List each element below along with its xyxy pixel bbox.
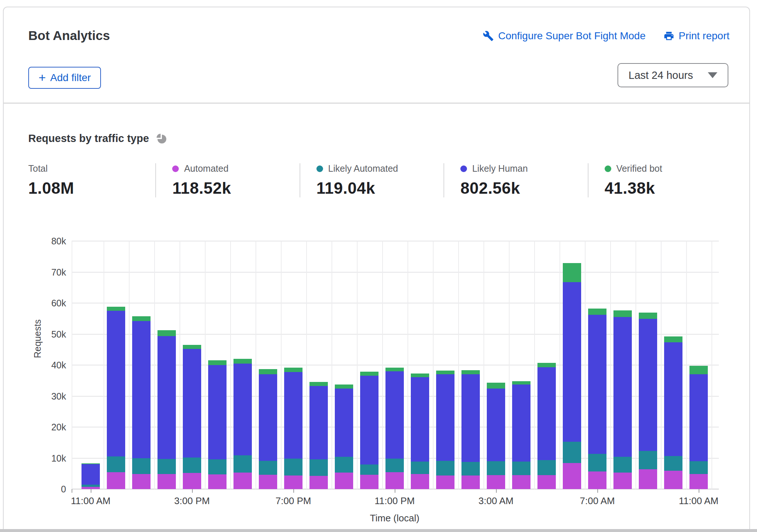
segment-verified-bot xyxy=(664,336,682,342)
x-tick-label: 11:00 PM xyxy=(374,495,414,507)
segment-automated xyxy=(512,475,530,489)
likely-automated-dot-icon xyxy=(316,165,323,172)
x-tick-label: 7:00 AM xyxy=(580,495,615,507)
stat-likely-automated[interactable]: Likely Automated 119.04k xyxy=(300,163,443,197)
segment-likely-automated xyxy=(512,462,530,475)
bar-6-00-am-19[interactable] xyxy=(563,263,581,489)
configure-link-label: Configure Super Bot Fight Mode xyxy=(498,30,646,42)
segment-likely-automated xyxy=(183,458,201,473)
segment-verified-bot xyxy=(461,370,480,374)
bar-2-00-am-15[interactable] xyxy=(461,370,480,489)
segment-verified-bot xyxy=(487,383,505,389)
bar-11-00-pm-12[interactable] xyxy=(385,368,404,489)
print-link-label: Print report xyxy=(679,30,730,42)
segment-likely-automated xyxy=(436,461,454,475)
x-tick-label: 7:00 PM xyxy=(276,495,311,507)
segment-verified-bot xyxy=(157,330,176,336)
y-tick-label: 80k xyxy=(26,236,66,247)
time-range-select[interactable]: Last 24 hours xyxy=(617,63,728,87)
x-tick xyxy=(496,489,497,493)
bar-12-00-pm-1[interactable] xyxy=(107,307,125,489)
stat-label: Likely Human xyxy=(460,163,587,174)
segment-automated xyxy=(309,476,328,489)
bar-6-00-pm-7[interactable] xyxy=(259,369,277,489)
bar-4-00-pm-5[interactable] xyxy=(208,360,227,489)
bar-9-00-am-22[interactable] xyxy=(639,313,657,489)
print-report-link[interactable]: Print report xyxy=(663,30,730,42)
stat-value: 1.08M xyxy=(28,179,155,197)
bar-7-00-pm-8[interactable] xyxy=(284,368,303,489)
bar-5-00-pm-6[interactable] xyxy=(233,359,252,489)
x-tick-origin xyxy=(72,489,72,493)
segment-likely-automated xyxy=(132,458,151,474)
verified-bot-dot-icon xyxy=(605,165,611,172)
bar-10-00-am-23[interactable] xyxy=(664,336,682,489)
segment-likely-automated xyxy=(487,461,505,475)
segment-automated xyxy=(436,475,454,489)
y-tick-label: 0 xyxy=(26,484,66,495)
segment-verified-bot xyxy=(512,381,530,385)
section-title-label: Requests by traffic type xyxy=(28,132,149,145)
bar-8-00-am-21[interactable] xyxy=(613,310,632,489)
segment-likely-human xyxy=(259,374,277,461)
gridline-v xyxy=(559,241,560,489)
bar-11-00-am-0[interactable] xyxy=(82,463,100,489)
segment-likely-human xyxy=(613,317,632,457)
stat-label: Total xyxy=(28,163,155,174)
segment-verified-bot xyxy=(208,360,227,365)
bar-8-00-pm-9[interactable] xyxy=(309,382,328,489)
bar-5-00-am-18[interactable] xyxy=(537,363,556,489)
likely-human-dot-icon xyxy=(460,165,467,172)
segment-automated xyxy=(183,473,201,489)
add-filter-button[interactable]: + Add filter xyxy=(28,67,101,89)
segment-verified-bot xyxy=(284,368,303,372)
gridline-h xyxy=(72,303,719,303)
segment-likely-human xyxy=(436,374,454,461)
bar-11-00-am-24[interactable] xyxy=(689,366,708,489)
segment-likely-automated xyxy=(284,459,303,475)
segment-verified-bot xyxy=(639,313,657,319)
configure-super-bot-fight-mode-link[interactable]: Configure Super Bot Fight Mode xyxy=(483,30,646,42)
segment-likely-automated xyxy=(157,459,176,474)
y-tick-label: 70k xyxy=(26,267,66,278)
gridline-v xyxy=(357,241,358,489)
stat-verified-bot[interactable]: Verified bot 41.38k xyxy=(588,163,732,197)
segment-likely-human xyxy=(132,321,151,458)
segment-verified-bot xyxy=(689,366,708,375)
y-tick-label: 50k xyxy=(26,329,66,340)
stats-row: Total 1.08M Automated 118.52k Likely Aut… xyxy=(28,163,732,197)
bar-12-00-am-13[interactable] xyxy=(411,374,429,489)
segment-verified-bot xyxy=(436,371,454,374)
bar-1-00-am-14[interactable] xyxy=(436,371,454,489)
stat-automated[interactable]: Automated 118.52k xyxy=(155,163,299,197)
y-tick-label: 40k xyxy=(26,360,66,371)
chevron-down-icon xyxy=(708,72,717,78)
segment-likely-human xyxy=(664,342,682,456)
segment-automated xyxy=(487,475,505,489)
bar-10-00-pm-11[interactable] xyxy=(360,372,378,489)
gridline-v xyxy=(711,241,712,489)
segment-likely-automated xyxy=(208,459,227,474)
stat-likely-human[interactable]: Likely Human 802.56k xyxy=(443,163,587,197)
segment-likely-human xyxy=(512,385,530,462)
bar-1-00-pm-2[interactable] xyxy=(132,316,151,489)
gridline-h xyxy=(72,241,719,241)
bar-7-00-am-20[interactable] xyxy=(588,309,606,489)
bar-4-00-am-17[interactable] xyxy=(512,381,530,489)
segment-likely-human xyxy=(82,464,100,485)
segment-automated xyxy=(461,475,480,489)
segment-likely-automated xyxy=(563,442,581,463)
bar-3-00-am-16[interactable] xyxy=(487,383,505,489)
bottom-section-divider xyxy=(0,529,757,532)
segment-automated xyxy=(639,469,657,489)
gridline-v xyxy=(256,241,256,489)
gridline-v xyxy=(382,241,383,489)
bar-9-00-pm-10[interactable] xyxy=(335,385,353,489)
segment-likely-human xyxy=(183,349,201,458)
bar-3-00-pm-4[interactable] xyxy=(183,345,201,489)
segment-likely-human xyxy=(360,376,378,465)
stat-total: Total 1.08M xyxy=(28,163,155,197)
segment-likely-automated xyxy=(588,454,606,471)
bar-2-00-pm-3[interactable] xyxy=(157,330,176,489)
gridline-v xyxy=(408,241,408,489)
